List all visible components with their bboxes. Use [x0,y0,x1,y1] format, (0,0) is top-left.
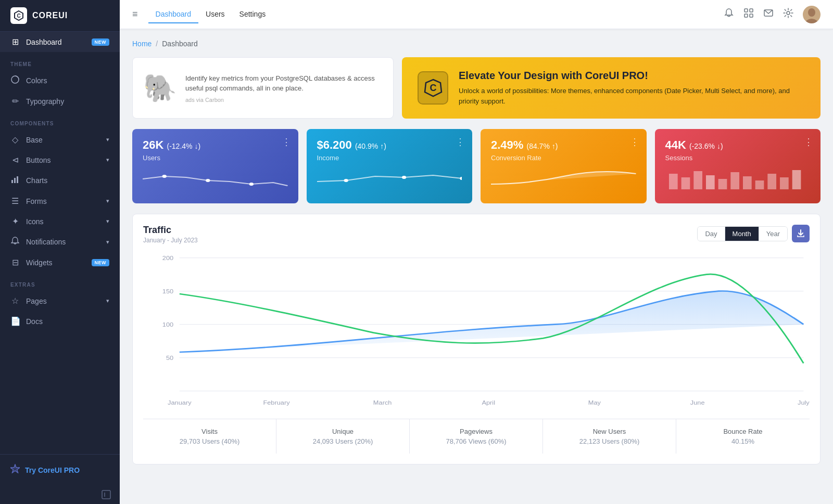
docs-icon: 📄 [10,316,20,326]
stat-conversion-label: Conversion Rate [491,154,636,162]
time-btn-day[interactable]: Day [698,227,725,241]
sidebar: C COREUI ⊞ Dashboard NEW THEME Colors ✏ … [0,0,120,504]
notifications-icon [10,237,20,247]
typography-icon: ✏ [10,96,20,106]
svg-text:February: February [263,399,290,406]
topnav-link-users[interactable]: Users [198,6,232,23]
stat-bounce-rate-value: 40.15% [681,437,804,445]
time-btn-year[interactable]: Year [759,227,787,241]
svg-rect-31 [755,180,764,189]
widgets-badge: NEW [92,259,110,266]
svg-rect-10 [744,9,748,12]
extras-section-label: EXTRAS [0,273,120,291]
time-btn-month[interactable]: Month [725,227,759,241]
sidebar-collapse-button[interactable] [0,485,120,504]
stat-pageviews: Pageviews 78,706 Views (60%) [410,419,543,454]
sidebar-item-colors[interactable]: Colors [0,70,120,91]
logo[interactable]: C COREUI [0,0,120,32]
traffic-chart-svg: 200 150 100 50 [143,252,810,419]
svg-point-23 [460,177,462,180]
sidebar-item-forms[interactable]: ☰ Forms ▾ [0,191,120,211]
stat-income-change: (40.9% ↑) [355,142,386,150]
svg-text:March: March [373,399,392,406]
menu-toggle-icon[interactable]: ≡ [132,9,138,20]
icons-icon: ✦ [10,216,20,226]
stat-unique: Unique 24,093 Users (20%) [276,419,410,454]
svg-rect-25 [681,177,690,189]
svg-rect-28 [718,179,727,189]
svg-rect-34 [792,170,801,189]
stat-unique-label: Unique [282,428,404,435]
svg-text:July: July [798,399,810,406]
svg-text:May: May [588,399,601,406]
sidebar-item-docs[interactable]: 📄 Docs [0,311,120,331]
pro-logo-icon: C [418,71,448,105]
stat-income-label: Income [317,154,462,162]
ad-text: Identify key metrics from your PostgreSQ… [185,73,383,94]
sidebar-item-base[interactable]: ◇ Base ▾ [0,130,120,150]
stat-users-sparkline [143,166,288,194]
sidebar-item-charts[interactable]: Charts [0,170,120,191]
stat-sessions-label: Sessions [665,154,811,162]
stat-sessions-sparkline [665,166,811,194]
ad-elephant-icon: 🐘 [143,72,177,104]
logo-text: COREUI [32,11,68,20]
breadcrumb-home-link[interactable]: Home [132,40,152,48]
chart-export-button[interactable] [792,225,810,242]
stat-new-users-value: 22,123 Users (80%) [548,437,671,445]
sidebar-item-dashboard[interactable]: ⊞ Dashboard NEW [0,32,120,52]
try-pro-link[interactable]: Try CoreUI PRO [10,461,109,479]
base-chevron: ▾ [106,136,109,143]
content-area: Home / Dashboard 🐘 Identify key metrics … [120,29,833,504]
stat-sessions-change: (-23.6% ↓) [689,142,723,150]
svg-rect-8 [102,490,110,499]
mail-icon[interactable] [763,8,774,21]
avatar[interactable] [803,6,821,23]
dashboard-badge: NEW [92,38,110,46]
chart-subtitle: January - July 2023 [143,237,198,244]
stat-conversion-more[interactable]: ⋮ [630,136,639,148]
stat-users-label: Users [143,154,288,162]
stat-card-sessions: ⋮ 44K (-23.6% ↓) Sessions [655,129,821,203]
topnav-link-settings[interactable]: Settings [232,6,273,23]
stat-conversion-sparkline [491,166,636,194]
chart-title-area: Traffic January - July 2023 [143,225,198,244]
stat-users-value: 26K (-12.4% ↓) [143,138,288,152]
ad-source: ads via Carbon [185,97,383,103]
svg-text:C: C [430,83,436,93]
stat-visits: Visits 29,703 Users (40%) [143,419,276,454]
pro-title: Elevate Your Design with CoreUI PRO! [459,70,805,82]
stat-pageviews-value: 78,706 Views (60%) [415,437,537,445]
notifications-bell-icon[interactable] [724,8,734,21]
sidebar-item-widgets[interactable]: ⊟ Widgets NEW [0,252,120,273]
stat-income-more[interactable]: ⋮ [456,136,465,148]
stat-users-more[interactable]: ⋮ [282,136,291,148]
sidebar-item-notifications[interactable]: Notifications ▾ [0,231,120,252]
charts-icon [10,175,20,186]
sidebar-item-typography[interactable]: ✏ Typography [0,91,120,111]
svg-text:50: 50 [166,354,173,361]
topnav-icons [724,6,821,23]
stat-sessions-more[interactable]: ⋮ [804,136,813,148]
stat-bounce-rate: Bounce Rate 40.15% [676,419,810,454]
stat-card-income: ⋮ $6.200 (40.9% ↑) Income [307,129,473,203]
svg-point-19 [206,179,210,182]
stat-card-conversion: ⋮ 2.49% (84.7% ↑) Conversion Rate [481,129,647,203]
stat-income-value: $6.200 (40.9% ↑) [317,138,462,152]
grid-icon[interactable] [743,8,754,21]
svg-rect-26 [693,171,702,189]
logo-icon: C [10,7,27,24]
sidebar-item-buttons[interactable]: ⊲ Buttons ▾ [0,150,120,170]
sidebar-item-icons[interactable]: ✦ Icons ▾ [0,211,120,231]
sidebar-item-pages[interactable]: ☆ Pages ▾ [0,291,120,311]
icons-chevron: ▾ [106,218,109,225]
pro-card: C Elevate Your Design with CoreUI PRO! U… [402,57,821,119]
svg-rect-29 [730,172,739,189]
chart-controls: Day Month Year [697,225,810,242]
topnav-link-dashboard[interactable]: Dashboard [148,6,199,23]
breadcrumb-separator: / [156,40,158,48]
svg-rect-3 [11,180,13,183]
try-pro-label: Try CoreUI PRO [25,466,80,474]
settings-icon[interactable] [783,8,793,21]
svg-text:January: January [168,399,192,406]
